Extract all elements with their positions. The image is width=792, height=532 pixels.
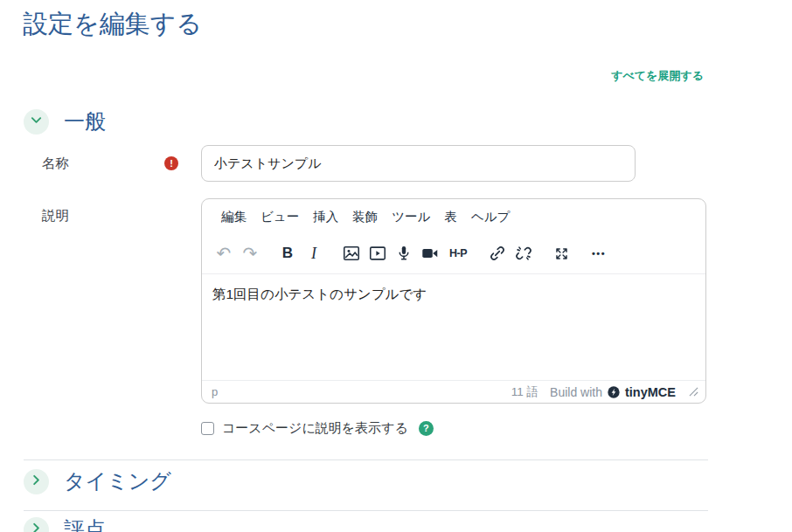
section-title-timing[interactable]: タイミング [64, 467, 171, 495]
menu-format[interactable]: 装飾 [345, 205, 385, 229]
required-icon: ! [164, 156, 178, 170]
unlink-icon[interactable] [511, 240, 537, 266]
description-label-col: 説明 [24, 198, 201, 404]
chevron-down-icon [30, 114, 43, 130]
menu-tools[interactable]: ツール [385, 205, 437, 229]
description-field-row: 説明 編集 ビュー 挿入 装飾 ツール 表 ヘルプ ↶ ↷ B I [24, 198, 708, 404]
word-count[interactable]: 11 語 [511, 384, 538, 400]
section-title-grade[interactable]: 評点 [64, 515, 106, 532]
record-video-icon[interactable] [417, 240, 443, 266]
name-label-col: 名称 ! [24, 145, 201, 182]
editor-paragraph: 第1回目の小テストのサンプルです [212, 286, 695, 304]
section-divider [24, 459, 708, 460]
tinymce-logo-icon [607, 385, 621, 399]
italic-icon[interactable]: I [301, 240, 327, 266]
build-with-label: Build with [550, 385, 602, 399]
image-icon[interactable] [338, 240, 365, 266]
bold-icon[interactable]: B [274, 240, 301, 266]
collapse-toggle-general[interactable] [24, 109, 49, 135]
media-icon[interactable] [365, 240, 391, 266]
tinymce-brand-link[interactable]: Build with tinyMCE [550, 385, 676, 399]
expand-all-link[interactable]: すべてを展開する [611, 68, 704, 84]
menu-insert[interactable]: 挿入 [306, 205, 345, 229]
editor-menubar: 編集 ビュー 挿入 装飾 ツール 表 ヘルプ [202, 199, 705, 233]
link-icon[interactable] [484, 240, 511, 266]
collapse-toggle-grade[interactable] [24, 517, 49, 532]
record-audio-icon[interactable] [391, 240, 417, 266]
display-description-label[interactable]: コースページに説明を表示する [222, 420, 408, 437]
display-description-checkbox[interactable] [201, 422, 214, 435]
editor-statusbar: p 11 語 Build with tinyMCE [202, 380, 705, 403]
section-header-timing: タイミング [24, 466, 171, 497]
menu-help[interactable]: ヘルプ [464, 205, 518, 229]
menu-view[interactable]: ビュー [254, 205, 306, 229]
section-header-general: 一般 [24, 106, 106, 137]
section-header-grade: 評点 [24, 514, 106, 532]
name-label: 名称 [42, 155, 69, 173]
more-tools-icon[interactable]: ••• [586, 240, 612, 266]
name-field-row: 名称 ! [24, 145, 708, 182]
section-title-general[interactable]: 一般 [64, 107, 106, 135]
display-description-row: コースページに説明を表示する ? [201, 420, 434, 436]
fullscreen-icon[interactable] [548, 240, 574, 266]
quiz-settings-page: 設定を編集する すべてを展開する 一般 名称 ! 説明 編集 ビュー 挿入 装飾 [0, 0, 792, 532]
resize-handle[interactable] [689, 387, 698, 397]
menu-table[interactable]: 表 [437, 205, 464, 229]
description-label: 説明 [42, 207, 69, 225]
undo-icon[interactable]: ↶ [211, 240, 237, 266]
tinymce-brand-name: tinyMCE [625, 385, 676, 399]
help-icon[interactable]: ? [419, 421, 434, 436]
editor-toolbar: ↶ ↷ B I H-P [202, 233, 705, 274]
statusbar-right: 11 語 Build with tinyMCE [511, 384, 698, 400]
chevron-right-icon [30, 473, 43, 490]
name-input[interactable] [201, 145, 636, 182]
section-divider [24, 510, 708, 511]
page-title: 設定を編集する [23, 7, 202, 42]
chevron-right-icon [30, 522, 43, 532]
element-path[interactable]: p [212, 385, 218, 398]
tinymce-editor: 編集 ビュー 挿入 装飾 ツール 表 ヘルプ ↶ ↷ B I [201, 198, 706, 404]
editor-content-area[interactable]: 第1回目の小テストのサンプルです [202, 274, 705, 380]
h5p-icon[interactable]: H-P [443, 240, 473, 266]
menu-edit[interactable]: 編集 [214, 205, 254, 229]
redo-icon[interactable]: ↷ [237, 240, 263, 266]
collapse-toggle-timing[interactable] [24, 469, 49, 494]
